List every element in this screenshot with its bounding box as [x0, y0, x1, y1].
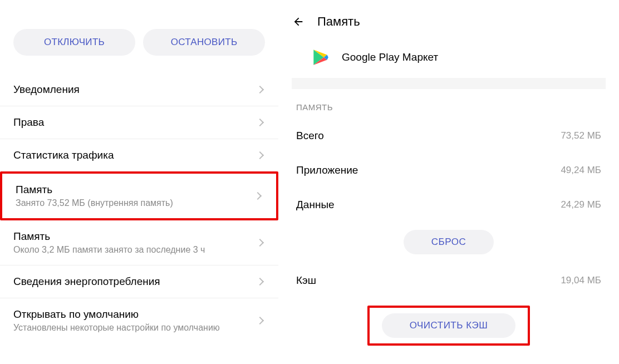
menu-sub: Установлены некоторые настройки по умолч…	[13, 323, 257, 333]
reset-button[interactable]: СБРОС	[404, 230, 494, 254]
menu-item-permissions[interactable]: Права	[0, 106, 278, 139]
menu-title: Открывать по умолчанию	[13, 308, 257, 321]
row-data: Данные 24,29 МБ	[278, 188, 619, 222]
stop-button[interactable]: ОСТАНОВИТЬ	[143, 29, 265, 56]
row-cache: Кэш 19,04 МБ	[278, 263, 619, 298]
chevron-right-icon	[256, 317, 264, 324]
menu-sub: Занято 73,52 МБ (внутренняя память)	[16, 198, 255, 208]
menu-item-open-default[interactable]: Открывать по умолчанию Установлены некот…	[0, 298, 278, 343]
kv-value: 19,04 МБ	[561, 275, 601, 286]
storage-details-panel: Память Google Play Маркет ПАМЯТЬ Всего 7…	[278, 0, 619, 364]
chevron-right-icon	[256, 239, 264, 247]
chevron-right-icon	[256, 86, 264, 94]
menu-title: Статистика трафика	[13, 149, 257, 161]
kv-value: 24,29 МБ	[561, 199, 601, 210]
clear-cache-button[interactable]: ОЧИСТИТЬ КЭШ	[382, 313, 516, 338]
action-buttons-row: ОТКЛЮЧИТЬ ОСТАНОВИТЬ	[0, 7, 278, 73]
divider	[292, 78, 606, 89]
arrow-left-icon	[292, 16, 304, 28]
chevron-right-icon	[256, 278, 264, 286]
reset-button-wrap: СБРОС	[278, 222, 619, 263]
section-label: ПАМЯТЬ	[278, 89, 619, 119]
google-play-icon	[313, 49, 328, 66]
menu-title: Память	[13, 230, 257, 243]
menu-title: Уведомления	[13, 83, 257, 96]
chevron-right-icon	[256, 151, 264, 159]
menu-item-storage[interactable]: Память Занято 73,52 МБ (внутренняя памят…	[2, 174, 276, 218]
menu-item-memory[interactable]: Память Около 3,2 МБ памяти занято за пос…	[0, 220, 278, 265]
app-info-panel: ОТКЛЮЧИТЬ ОСТАНОВИТЬ Уведомления Права С…	[0, 0, 278, 364]
menu-item-battery[interactable]: Сведения энергопотребления	[0, 265, 278, 298]
kv-value: 49,24 МБ	[561, 165, 601, 176]
menu-sub: Около 3,2 МБ памяти занято за последние …	[13, 245, 257, 255]
app-row: Google Play Маркет	[278, 39, 619, 78]
chevron-right-icon	[254, 192, 262, 200]
kv-label: Приложение	[296, 164, 358, 176]
menu-item-notifications[interactable]: Уведомления	[0, 73, 278, 106]
disable-button[interactable]: ОТКЛЮЧИТЬ	[13, 29, 135, 56]
back-button[interactable]	[292, 15, 305, 28]
menu-item-traffic[interactable]: Статистика трафика	[0, 139, 278, 171]
kv-label: Данные	[296, 199, 335, 211]
app-name: Google Play Маркет	[342, 51, 438, 63]
menu-title: Память	[16, 184, 255, 196]
chevron-right-icon	[256, 119, 264, 126]
kv-label: Кэш	[296, 274, 316, 287]
kv-label: Всего	[296, 130, 324, 142]
menu-title: Права	[13, 116, 257, 129]
page-title: Память	[317, 14, 360, 29]
row-app: Приложение 49,24 МБ	[278, 153, 619, 188]
settings-menu: Уведомления Права Статистика трафика	[0, 73, 278, 171]
clear-cache-wrap: ОЧИСТИТЬ КЭШ	[278, 298, 619, 355]
header: Память	[278, 4, 619, 39]
kv-value: 73,52 МБ	[561, 130, 601, 141]
menu-title: Сведения энергопотребления	[13, 276, 257, 288]
highlight-clear-cache: ОЧИСТИТЬ КЭШ	[367, 306, 530, 346]
row-total: Всего 73,52 МБ	[278, 119, 619, 153]
highlight-storage: Память Занято 73,52 МБ (внутренняя памят…	[0, 171, 278, 220]
